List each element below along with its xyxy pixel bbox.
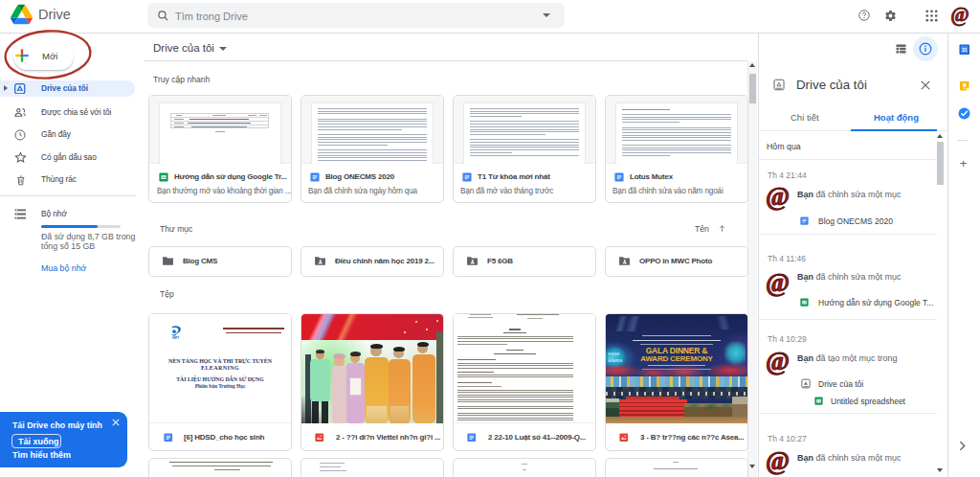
svg-text:31: 31: [961, 47, 967, 53]
svg-text:VNPT: VNPT: [172, 336, 180, 340]
